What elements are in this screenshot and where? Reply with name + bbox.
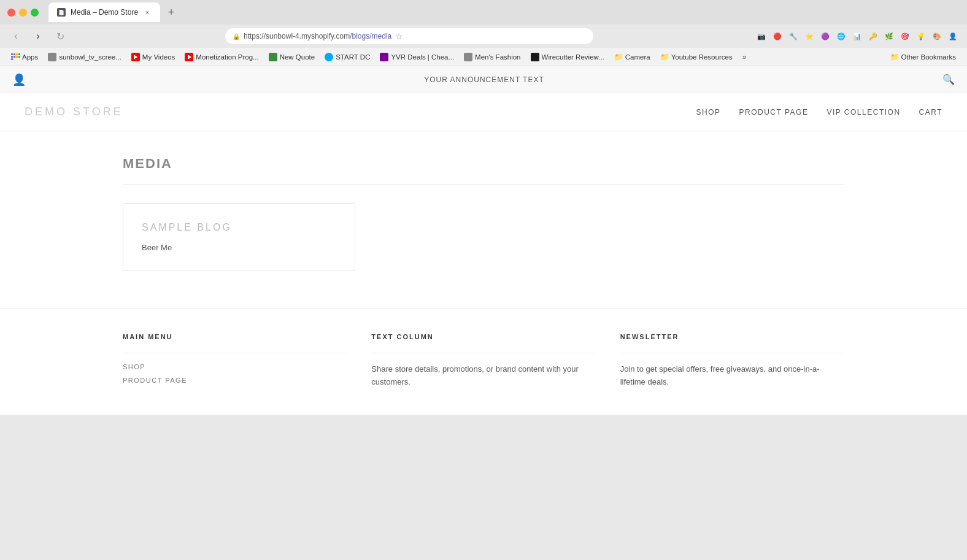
footer-main-menu-divider xyxy=(123,353,347,353)
tab-close-button[interactable]: × xyxy=(143,8,152,17)
refresh-button[interactable]: ↻ xyxy=(52,28,69,45)
bookmark-wirecutter[interactable]: Wirecutter Review... xyxy=(527,52,608,63)
address-bar: ‹ › ↻ 🔒 https://sunbowl-4.myshopify.com/… xyxy=(0,25,967,48)
footer-newsletter-title: Newsletter xyxy=(620,333,844,340)
blog-card-title: Sample Blog xyxy=(142,222,336,233)
bookmark-myvideos[interactable]: My Videos xyxy=(128,52,179,63)
bookmark-sunbowl[interactable]: sunbowl_tv_scree... xyxy=(44,52,125,63)
folder-icon: 📁 xyxy=(614,53,623,61)
footer-grid: Main Menu Shop Product Page Text Column … xyxy=(123,333,844,390)
bookmark-wirecutter-label: Wirecutter Review... xyxy=(542,53,604,61)
traffic-lights xyxy=(7,9,39,17)
bookmark-wirecutter-icon xyxy=(531,53,539,61)
blog-card[interactable]: Sample Blog Beer Me xyxy=(123,203,355,271)
minimize-window-button[interactable] xyxy=(19,9,27,17)
tab-title: Media – Demo Store xyxy=(71,8,138,17)
ext-icon-2[interactable]: 🔴 xyxy=(771,29,784,43)
ext-icon-11[interactable]: 💡 xyxy=(914,29,928,43)
fullscreen-window-button[interactable] xyxy=(31,9,39,17)
tab-bar: 📄 Media – Demo Store × + xyxy=(48,2,960,22)
bookmark-apps[interactable]: Apps xyxy=(7,52,42,63)
bookmark-sunbowl-icon xyxy=(48,53,56,61)
browser-titlebar: 📄 Media – Demo Store × + xyxy=(0,0,967,25)
ext-icon-10[interactable]: 🎯 xyxy=(898,29,912,43)
footer-section-text-column: Text Column Share store details, promoti… xyxy=(371,333,595,390)
ext-icon-7[interactable]: 📊 xyxy=(850,29,864,43)
bookmark-mensfashion-icon xyxy=(464,53,472,61)
footer-section-main-menu: Main Menu Shop Product Page xyxy=(123,333,347,390)
footer-link-shop[interactable]: Shop xyxy=(123,363,347,370)
tab-favicon: 📄 xyxy=(57,8,66,17)
footer-main-menu-title: Main Menu xyxy=(123,333,347,340)
announcement-bar: 👤 YOUR ANNOUNCEMENT TEXT 🔍 xyxy=(0,66,967,93)
bookmark-star-icon[interactable]: ☆ xyxy=(395,31,403,41)
bookmark-apps-label: Apps xyxy=(22,53,38,61)
active-tab[interactable]: 📄 Media – Demo Store × xyxy=(48,2,160,22)
footer-text-column-body: Share store details, promotions, or bran… xyxy=(371,363,595,389)
bookmark-camera-folder[interactable]: 📁 Camera xyxy=(611,52,654,63)
bookmark-monetization-label: Monetization Prog... xyxy=(196,53,258,61)
bookmark-youtube-label: Youtube Resources xyxy=(671,53,733,61)
url-text: https://sunbowl-4.myshopify.com/blogs/me… xyxy=(244,32,391,40)
nav-link-shop[interactable]: Shop xyxy=(696,108,720,117)
bookmark-startdc[interactable]: START DC xyxy=(321,52,374,63)
blog-card-author: Beer Me xyxy=(142,243,336,252)
bookmark-mensfashion[interactable]: Men's Fashion xyxy=(460,52,524,63)
ext-icon-6[interactable]: 🌐 xyxy=(834,29,848,43)
bookmark-monetization[interactable]: Monetization Prog... xyxy=(181,52,262,63)
nav-link-product-page[interactable]: Product Page xyxy=(739,108,809,117)
bookmark-startdc-icon xyxy=(325,53,333,61)
announcement-text: YOUR ANNOUNCEMENT TEXT xyxy=(26,75,942,84)
ext-icon-1[interactable]: 📷 xyxy=(755,29,768,43)
bookmark-mensfashion-label: Men's Fashion xyxy=(475,53,520,61)
content-divider xyxy=(123,184,844,185)
ext-icon-9[interactable]: 🌿 xyxy=(882,29,896,43)
folder-icon-other: 📁 xyxy=(890,53,900,61)
new-tab-button[interactable]: + xyxy=(163,4,180,21)
bookmark-other-folder[interactable]: 📁 Other Bookmarks xyxy=(887,52,960,63)
folder-icon-youtube: 📁 xyxy=(660,53,669,61)
apps-grid-icon xyxy=(11,53,20,61)
footer-text-column-title: Text Column xyxy=(371,333,595,340)
bookmark-yvr-label: YVR Deals | Chea... xyxy=(391,53,454,61)
bookmark-youtube-folder[interactable]: 📁 Youtube Resources xyxy=(657,52,736,63)
profile-avatar[interactable]: 👤 xyxy=(946,29,960,43)
bookmark-startdc-label: START DC xyxy=(336,53,370,61)
bookmark-myvideos-label: My Videos xyxy=(142,53,175,61)
search-icon[interactable]: 🔍 xyxy=(942,74,955,85)
footer-newsletter-divider xyxy=(620,353,844,353)
nav-link-vip-collection[interactable]: VIP Collection xyxy=(826,108,900,117)
bookmark-monetization-icon xyxy=(185,53,193,61)
bookmark-newquote[interactable]: New Quote xyxy=(265,52,319,63)
site-footer: Main Menu Shop Product Page Text Column … xyxy=(0,308,967,415)
account-icon[interactable]: 👤 xyxy=(12,73,26,86)
forward-button[interactable]: › xyxy=(29,28,47,45)
ext-icon-3[interactable]: 🔧 xyxy=(787,29,800,43)
main-content: Media Sample Blog Beer Me xyxy=(0,131,967,308)
browser-window: 📄 Media – Demo Store × + ‹ › ↻ 🔒 https:/… xyxy=(0,0,967,560)
nav-link-cart[interactable]: Cart xyxy=(919,108,942,117)
footer-newsletter-body: Join to get special offers, free giveawa… xyxy=(620,363,844,389)
footer-section-newsletter: Newsletter Join to get special offers, f… xyxy=(620,333,844,390)
lock-icon: 🔒 xyxy=(233,33,240,40)
footer-text-column-divider xyxy=(371,353,595,353)
ext-icon-4[interactable]: ⭐ xyxy=(803,29,816,43)
site-logo[interactable]: Demo Store xyxy=(25,105,123,118)
main-nav-links: Shop Product Page VIP Collection Cart xyxy=(696,108,942,117)
more-bookmarks-button[interactable]: » xyxy=(739,52,750,63)
ext-icon-12[interactable]: 🎨 xyxy=(930,29,944,43)
footer-link-product-page[interactable]: Product Page xyxy=(123,377,347,384)
bookmark-yvr[interactable]: YVR Deals | Chea... xyxy=(376,52,458,63)
bookmark-other-label: Other Bookmarks xyxy=(901,53,956,61)
url-bar[interactable]: 🔒 https://sunbowl-4.myshopify.com/blogs/… xyxy=(225,28,593,44)
browser-toolbar-icons: 📷 🔴 🔧 ⭐ 🟣 🌐 📊 🔑 🌿 🎯 💡 🎨 👤 xyxy=(755,29,960,43)
bookmark-sunbowl-label: sunbowl_tv_scree... xyxy=(59,53,121,61)
ext-icon-8[interactable]: 🔑 xyxy=(866,29,880,43)
bookmark-camera-label: Camera xyxy=(625,53,650,61)
blog-grid: Sample Blog Beer Me xyxy=(123,203,844,271)
ext-icon-5[interactable]: 🟣 xyxy=(819,29,832,43)
back-button[interactable]: ‹ xyxy=(7,28,25,45)
site-navigation: Demo Store Shop Product Page VIP Collect… xyxy=(0,93,967,131)
page-title: Media xyxy=(123,156,844,172)
close-window-button[interactable] xyxy=(7,9,15,17)
